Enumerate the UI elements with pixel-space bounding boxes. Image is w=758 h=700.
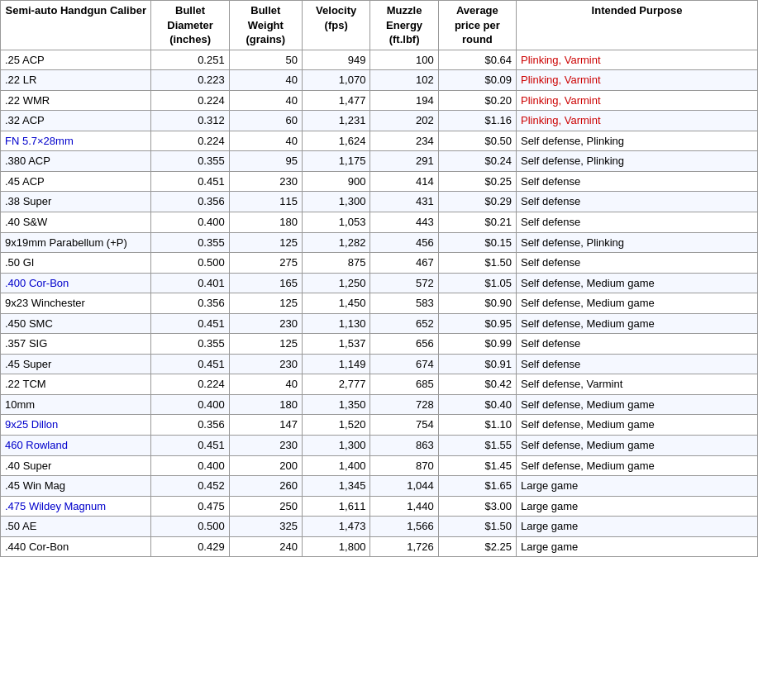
cell-price: $0.25 <box>438 171 516 192</box>
cell-price: $3.00 <box>438 496 516 517</box>
table-row: .45 Win Mag0.4522601,3451,044$1.65Large … <box>1 476 758 497</box>
cell-price: $1.45 <box>438 455 516 476</box>
header-velocity: Velocity (fps) <box>302 1 369 50</box>
cell-velocity: 1,175 <box>302 151 369 172</box>
cell-price: $2.25 <box>438 536 516 557</box>
cell-price: $0.21 <box>438 212 516 233</box>
cell-weight: 40 <box>229 90 302 111</box>
table-row: .38 Super0.3561151,300431$0.29Self defen… <box>1 192 758 212</box>
cell-velocity: 1,130 <box>302 313 369 334</box>
cell-caliber: .40 Super <box>1 455 151 476</box>
cell-caliber: .440 Cor-Bon <box>1 536 151 557</box>
cell-price: $1.50 <box>438 517 516 537</box>
cell-weight: 125 <box>229 232 302 253</box>
cell-velocity: 1,070 <box>302 70 369 91</box>
cell-velocity: 1,450 <box>302 293 369 314</box>
table-row: 9x25 Dillon0.3561471,520754$1.10Self def… <box>1 415 758 436</box>
cell-price: $0.50 <box>438 131 516 151</box>
cell-energy: 100 <box>370 50 438 70</box>
table-row: .22 WMR0.224401,477194$0.20Plinking, Var… <box>1 90 758 111</box>
cell-velocity: 1,800 <box>302 536 369 557</box>
cell-price: $1.16 <box>438 111 516 131</box>
cell-purpose: Plinking, Varmint <box>516 50 757 70</box>
cell-velocity: 1,477 <box>302 90 369 111</box>
cell-purpose: Large game <box>516 496 757 517</box>
cell-price: $1.10 <box>438 415 516 436</box>
cell-velocity: 1,473 <box>302 517 369 537</box>
cell-price: $0.20 <box>438 90 516 111</box>
cell-diameter: 0.356 <box>151 293 229 314</box>
cell-weight: 260 <box>229 476 302 497</box>
header-price: Average price per round <box>438 1 516 50</box>
cell-diameter: 0.355 <box>151 151 229 172</box>
cell-price: $0.09 <box>438 70 516 91</box>
cell-energy: 863 <box>370 436 438 456</box>
cell-weight: 325 <box>229 517 302 537</box>
cell-energy: 674 <box>370 354 438 374</box>
cell-energy: 583 <box>370 293 438 314</box>
cell-energy: 194 <box>370 90 438 111</box>
cell-diameter: 0.451 <box>151 171 229 192</box>
cell-weight: 230 <box>229 436 302 456</box>
table-row: .22 LR0.223401,070102$0.09Plinking, Varm… <box>1 70 758 91</box>
cell-velocity: 1,611 <box>302 496 369 517</box>
table-row: .380 ACP0.355951,175291$0.24Self defense… <box>1 151 758 172</box>
cell-energy: 431 <box>370 192 438 212</box>
cell-purpose: Self defense, Medium game <box>516 436 757 456</box>
cell-weight: 147 <box>229 415 302 436</box>
table-row: .400 Cor-Bon0.4011651,250572$1.05Self de… <box>1 273 758 293</box>
cell-velocity: 1,300 <box>302 192 369 212</box>
cell-price: $1.50 <box>438 253 516 274</box>
cell-energy: 234 <box>370 131 438 151</box>
table-row: .45 ACP0.451230900414$0.25Self defense <box>1 171 758 192</box>
cell-purpose: Large game <box>516 476 757 497</box>
cell-price: $0.90 <box>438 293 516 314</box>
cell-velocity: 1,624 <box>302 131 369 151</box>
cell-caliber: .22 LR <box>1 70 151 91</box>
table-row: .357 SIG0.3551251,537656$0.99Self defens… <box>1 334 758 355</box>
ballistics-table: Semi-auto Handgun Caliber Bullet Diamete… <box>0 0 758 557</box>
cell-weight: 250 <box>229 496 302 517</box>
cell-velocity: 1,231 <box>302 111 369 131</box>
cell-purpose: Self defense <box>516 354 757 374</box>
cell-weight: 230 <box>229 313 302 334</box>
cell-purpose: Plinking, Varmint <box>516 70 757 91</box>
cell-price: $0.95 <box>438 313 516 334</box>
cell-purpose: Self defense, Varmint <box>516 374 757 395</box>
cell-weight: 40 <box>229 131 302 151</box>
cell-weight: 60 <box>229 111 302 131</box>
table-row: .440 Cor-Bon0.4292401,8001,726$2.25Large… <box>1 536 758 557</box>
cell-caliber: .400 Cor-Bon <box>1 273 151 293</box>
cell-purpose: Self defense, Medium game <box>516 273 757 293</box>
cell-purpose: Self defense, Plinking <box>516 232 757 253</box>
cell-velocity: 1,400 <box>302 455 369 476</box>
cell-weight: 240 <box>229 536 302 557</box>
cell-diameter: 0.251 <box>151 50 229 70</box>
table-row: .32 ACP0.312601,231202$1.16Plinking, Var… <box>1 111 758 131</box>
cell-weight: 115 <box>229 192 302 212</box>
cell-purpose: Self defense, Medium game <box>516 394 757 415</box>
cell-velocity: 2,777 <box>302 374 369 395</box>
cell-energy: 443 <box>370 212 438 233</box>
cell-energy: 202 <box>370 111 438 131</box>
cell-purpose: Large game <box>516 517 757 537</box>
table-row: 10mm0.4001801,350728$0.40Self defense, M… <box>1 394 758 415</box>
cell-velocity: 900 <box>302 171 369 192</box>
cell-energy: 728 <box>370 394 438 415</box>
cell-diameter: 0.429 <box>151 536 229 557</box>
cell-diameter: 0.475 <box>151 496 229 517</box>
cell-caliber: .45 Win Mag <box>1 476 151 497</box>
cell-diameter: 0.356 <box>151 192 229 212</box>
cell-diameter: 0.356 <box>151 415 229 436</box>
cell-energy: 572 <box>370 273 438 293</box>
cell-caliber: .40 S&W <box>1 212 151 233</box>
cell-caliber: 9x19mm Parabellum (+P) <box>1 232 151 253</box>
cell-weight: 165 <box>229 273 302 293</box>
cell-velocity: 1,520 <box>302 415 369 436</box>
cell-purpose: Self defense <box>516 171 757 192</box>
cell-velocity: 1,345 <box>302 476 369 497</box>
table-row: 9x23 Winchester0.3561251,450583$0.90Self… <box>1 293 758 314</box>
cell-caliber: .450 SMC <box>1 313 151 334</box>
cell-purpose: Self defense, Medium game <box>516 415 757 436</box>
cell-velocity: 1,053 <box>302 212 369 233</box>
